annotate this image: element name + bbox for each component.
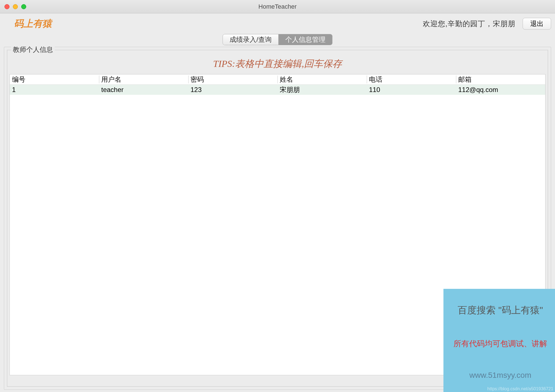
col-username[interactable]: 用户名	[99, 74, 188, 85]
titlebar: HomeTeacher	[0, 0, 555, 13]
tab-scores[interactable]: 成绩录入/查询	[223, 34, 278, 45]
tips-text: TIPS:表格中直接编辑,回车保存	[7, 57, 548, 70]
fieldset-legend: 教师个人信息	[11, 45, 55, 54]
col-name[interactable]: 姓名	[278, 74, 367, 85]
brand-logo: 码上有猿	[14, 17, 52, 30]
tab-profile[interactable]: 个人信息管理	[278, 34, 332, 45]
cell-phone[interactable]: 110	[367, 85, 456, 95]
cell-id[interactable]: 1	[10, 85, 99, 95]
window-title: HomeTeacher	[0, 3, 555, 10]
logout-button[interactable]: 退出	[523, 18, 551, 30]
teacher-table[interactable]: 编号 用户名 密码 姓名 电话 邮箱 1 teacher 123	[10, 74, 545, 95]
cell-name[interactable]: 宋朋朋	[278, 85, 367, 95]
col-password[interactable]: 密码	[188, 74, 278, 85]
promo-search-text: 百度搜索 "码上有猿"	[458, 304, 543, 317]
promo-support-text: 所有代码均可包调试、讲解	[453, 338, 547, 349]
promo-url-text: www.51msyy.com	[469, 371, 531, 380]
header-bar: 码上有猿 欢迎您,辛勤的园丁，宋朋朋 退出	[0, 13, 555, 34]
col-phone[interactable]: 电话	[367, 74, 456, 85]
cell-username[interactable]: teacher	[99, 85, 188, 95]
tabs: 成绩录入/查询 个人信息管理	[223, 34, 332, 45]
table-row[interactable]: 1 teacher 123 宋朋朋 110 112@qq.com	[10, 85, 545, 95]
welcome-text: 欢迎您,辛勤的园丁，宋朋朋	[423, 19, 515, 29]
promo-overlay: 百度搜索 "码上有猿" 所有代码均可包调试、讲解 www.51msyy.com …	[443, 289, 555, 392]
cell-password[interactable]: 123	[188, 85, 278, 95]
col-id[interactable]: 编号	[10, 74, 99, 85]
table-header-row: 编号 用户名 密码 姓名 电话 邮箱	[10, 74, 545, 85]
cell-email[interactable]: 112@qq.com	[456, 85, 545, 95]
promo-credit-text: https://blog.csdn.net/a501936721	[487, 386, 553, 391]
col-email[interactable]: 邮箱	[456, 74, 545, 85]
tabs-row: 成绩录入/查询 个人信息管理	[0, 34, 555, 47]
